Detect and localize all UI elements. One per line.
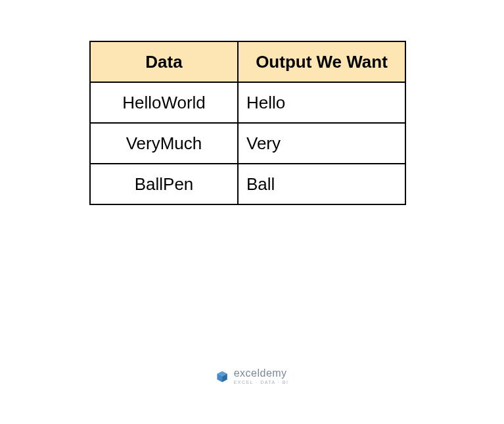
cell-output: Ball [238,164,405,204]
cell-data: BallPen [90,164,238,204]
data-table: Data Output We Want HelloWorld Hello Ver… [89,41,406,205]
cell-output: Very [238,123,405,164]
brand-subtitle: EXCEL · DATA · BI [234,380,289,385]
brand-text: exceldemy EXCEL · DATA · BI [234,368,289,385]
data-table-container: Data Output We Want HelloWorld Hello Ver… [89,41,406,205]
table-row: HelloWorld Hello [90,82,405,123]
cube-icon [216,370,229,383]
table-row: VeryMuch Very [90,123,405,164]
cell-data: HelloWorld [90,82,238,123]
table-header-row: Data Output We Want [90,41,405,82]
cell-data: VeryMuch [90,123,238,164]
brand-title: exceldemy [234,368,289,379]
header-output: Output We Want [238,41,405,82]
table-row: BallPen Ball [90,164,405,204]
brand-logo: exceldemy EXCEL · DATA · BI [216,368,289,385]
cell-output: Hello [238,82,405,123]
header-data: Data [90,41,238,82]
